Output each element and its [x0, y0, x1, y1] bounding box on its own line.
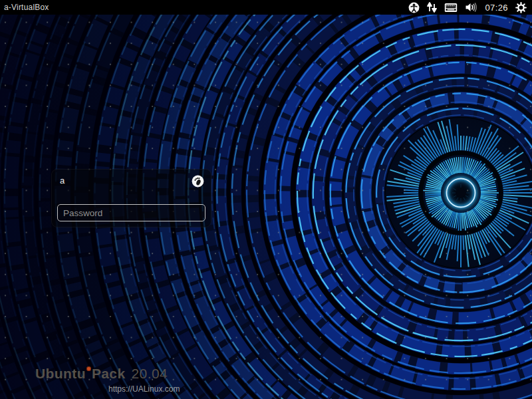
arrows-updown-icon[interactable] [427, 0, 437, 15]
password-input[interactable] [57, 204, 205, 221]
lock-screen: a-VirtualBox [0, 0, 532, 399]
site-url-label: https://UALinux.com [108, 384, 180, 394]
brand-ubuntu: Ubuntu [35, 366, 86, 381]
username-label: a [60, 176, 65, 186]
login-panel[interactable]: a [51, 169, 211, 227]
branding: UbuntuPack20.04 [35, 366, 168, 382]
brand-pack: Pack [92, 366, 126, 381]
topbar: a-VirtualBox [0, 0, 532, 15]
volume-icon[interactable] [465, 0, 477, 15]
system-tray: 07:26 [408, 0, 527, 15]
keyboard-icon[interactable] [444, 0, 458, 15]
session-badge-gnome-foot-icon[interactable] [192, 175, 204, 188]
clock-label: 07:26 [485, 3, 508, 13]
brand-version: 20.04 [132, 366, 168, 381]
hostname-label: a-VirtualBox [4, 3, 49, 12]
accessibility-icon[interactable] [408, 0, 420, 15]
power-gear-icon[interactable] [515, 0, 527, 15]
ubuntu-dot-icon [86, 366, 91, 371]
